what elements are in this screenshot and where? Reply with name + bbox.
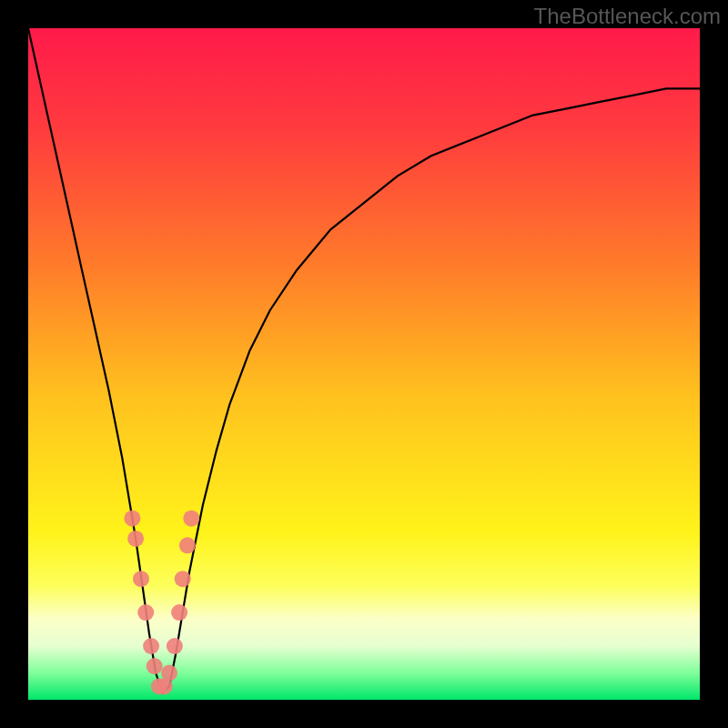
marker-point bbox=[127, 531, 144, 547]
marker-point bbox=[183, 511, 199, 527]
marker-point bbox=[175, 571, 191, 587]
chart-svg bbox=[0, 0, 728, 728]
marker-point bbox=[171, 604, 187, 621]
marker-point bbox=[147, 658, 163, 674]
chart-frame: TheBottleneck.com bbox=[0, 0, 728, 728]
bottleneck-curve bbox=[28, 28, 700, 693]
marker-point bbox=[161, 665, 177, 682]
highlighted-points bbox=[124, 511, 199, 695]
marker-point bbox=[137, 604, 154, 621]
marker-point bbox=[124, 511, 140, 527]
marker-point bbox=[179, 537, 196, 553]
marker-point bbox=[167, 638, 183, 654]
marker-point bbox=[143, 638, 159, 654]
marker-point bbox=[133, 571, 149, 587]
